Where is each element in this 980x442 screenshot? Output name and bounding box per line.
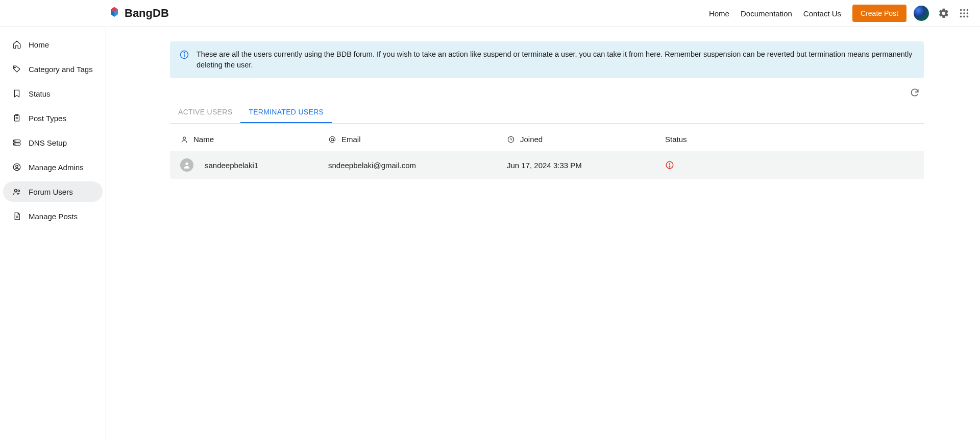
sidebar-item-label: Status (29, 89, 51, 98)
top-nav: Home Documentation Contact Us Create Pos… (709, 5, 906, 22)
create-post-button[interactable]: Create Post (852, 5, 906, 22)
clock-icon (507, 135, 515, 144)
sidebar-item-manage-admins[interactable]: Manage Admins (3, 157, 103, 177)
sidebar-item-forum-users[interactable]: Forum Users (3, 181, 103, 202)
svg-point-29 (184, 53, 184, 53)
main-content: These are all the users currently using … (106, 27, 980, 442)
brand-logo[interactable]: BangDB (107, 6, 169, 20)
brand-name: BangDB (125, 7, 169, 20)
svg-point-23 (14, 189, 17, 192)
info-banner-text: These are all the users currently using … (197, 49, 915, 71)
table-row[interactable]: sandeepbelaki1 sndeepbelaki@gmail.com Ju… (170, 151, 924, 179)
document-icon (12, 212, 21, 221)
svg-point-31 (331, 138, 334, 141)
nav-documentation[interactable]: Documentation (741, 9, 792, 18)
svg-point-33 (185, 162, 188, 165)
server-icon (12, 138, 21, 147)
person-icon (180, 135, 188, 144)
svg-point-22 (16, 165, 18, 168)
bangdb-logo-icon (107, 6, 121, 20)
svg-point-20 (15, 144, 15, 144)
user-avatar[interactable] (914, 6, 929, 21)
clipboard-icon (12, 113, 21, 123)
sidebar-item-dns-setup[interactable]: DNS Setup (3, 132, 103, 153)
sidebar-item-label: Manage Admins (29, 163, 84, 172)
svg-point-7 (963, 12, 965, 14)
th-email: Email (341, 135, 361, 144)
sidebar-item-label: Manage Posts (29, 212, 78, 221)
nav-home[interactable]: Home (709, 9, 729, 18)
tabs: ACTIVE USERS TERMINATED USERS (170, 102, 924, 124)
tab-active-users[interactable]: ACTIVE USERS (170, 102, 240, 123)
sidebar-item-status[interactable]: Status (3, 83, 103, 104)
svg-point-24 (18, 190, 20, 192)
row-joined: Jun 17, 2024 3:33 PM (507, 161, 582, 170)
settings-icon[interactable] (938, 8, 949, 19)
sidebar: Home Category and Tags Status Post Types… (0, 27, 106, 442)
sidebar-item-post-types[interactable]: Post Types (3, 108, 103, 128)
sidebar-item-label: Forum Users (29, 188, 73, 196)
users-icon (12, 187, 21, 196)
nav-contact-us[interactable]: Contact Us (803, 9, 841, 18)
svg-point-36 (669, 167, 670, 167)
terminated-status-icon (665, 160, 674, 170)
svg-point-30 (183, 137, 186, 139)
th-status: Status (665, 135, 687, 144)
svg-point-12 (14, 67, 15, 68)
info-banner: These are all the users currently using … (170, 41, 924, 78)
user-circle-icon (12, 162, 21, 172)
svg-point-11 (967, 16, 969, 18)
sidebar-item-label: DNS Setup (29, 138, 67, 147)
tag-icon (12, 64, 21, 74)
svg-point-8 (967, 12, 969, 14)
header: BangDB Home Documentation Contact Us Cre… (0, 0, 980, 27)
sidebar-item-category-tags[interactable]: Category and Tags (3, 59, 103, 79)
users-table: Name Email Joined Status (170, 128, 924, 179)
row-name: sandeepbelaki1 (205, 161, 258, 170)
table-header: Name Email Joined Status (170, 128, 924, 151)
row-email: sndeepbelaki@gmail.com (328, 161, 416, 170)
home-icon (12, 40, 21, 49)
sidebar-item-home[interactable]: Home (3, 34, 103, 55)
bookmark-icon (12, 89, 21, 98)
th-joined: Joined (520, 135, 543, 144)
sidebar-item-label: Category and Tags (29, 65, 93, 74)
apps-icon[interactable] (959, 8, 970, 19)
svg-point-6 (960, 12, 962, 14)
svg-point-9 (960, 16, 962, 18)
svg-point-3 (960, 9, 962, 11)
svg-point-5 (967, 9, 969, 11)
refresh-icon[interactable] (910, 87, 920, 98)
at-icon (328, 135, 336, 144)
row-avatar-icon (180, 158, 193, 172)
th-name: Name (193, 135, 214, 144)
svg-point-10 (963, 16, 965, 18)
svg-point-19 (15, 141, 15, 141)
tab-terminated-users[interactable]: TERMINATED USERS (240, 102, 332, 123)
sidebar-item-label: Home (29, 40, 49, 49)
sidebar-item-label: Post Types (29, 114, 66, 123)
svg-point-4 (963, 9, 965, 11)
info-icon (179, 50, 189, 60)
sidebar-item-manage-posts[interactable]: Manage Posts (3, 206, 103, 226)
